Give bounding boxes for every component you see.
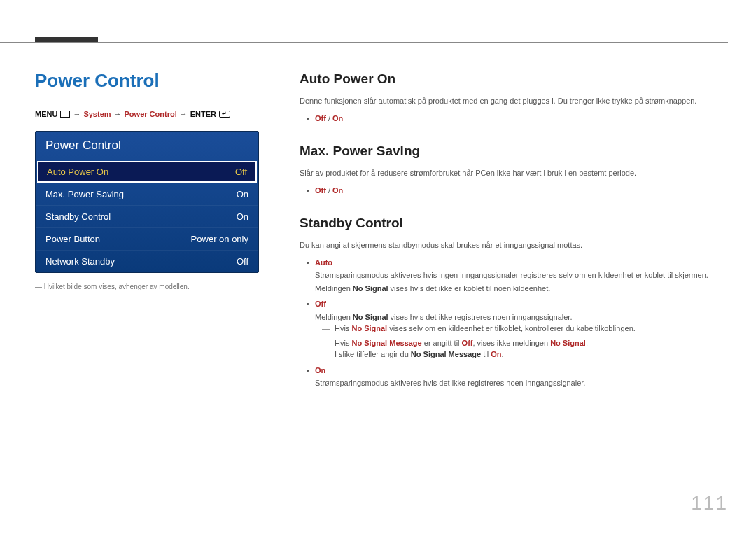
breadcrumb-arrow-2: → — [114, 110, 122, 118]
text: er angitt til — [422, 339, 462, 347]
osd-row-label: Power Button — [46, 234, 100, 244]
breadcrumb: MENU → System → Power Control → ENTER — [35, 110, 259, 118]
page-number: 111 — [691, 492, 728, 514]
heading-auto-power-on: Auto Power On — [300, 71, 728, 87]
top-rule — [0, 42, 728, 43]
osd-row-label: Standby Control — [46, 211, 111, 222]
enter-icon — [219, 111, 230, 118]
opt-off-line1: Meldingen No Signal vises hvis det ikke … — [315, 311, 728, 323]
osd-row-label: Max. Power Saving — [46, 189, 124, 199]
breadcrumb-arrow-1: → — [73, 110, 80, 118]
text: I slike tilfeller angir du — [335, 350, 411, 358]
opt-on-line1: Strømsparingsmodus aktiveres hvis det ik… — [315, 377, 728, 389]
on-red: On — [491, 350, 501, 358]
osd-title: Power Control — [36, 132, 258, 161]
opt-on: On — [332, 114, 343, 122]
osd-footnote: ― Hvilket bilde som vises, avhenger av m… — [35, 283, 259, 290]
opt-off-dash1: Hvis No Signal vises selv om en kildeenh… — [315, 323, 728, 335]
text: , vises ikke meldingen — [472, 339, 550, 347]
no-signal-red: No Signal — [351, 324, 387, 332]
osd-row-label: Network Standby — [46, 256, 115, 267]
osd-row-standby-control[interactable]: Standby Control On — [36, 205, 258, 227]
no-signal-bold: No Signal — [353, 284, 388, 293]
text: . — [586, 339, 588, 347]
breadcrumb-power-control: Power Control — [125, 110, 177, 118]
top-tab — [35, 37, 98, 42]
opt-sep: / — [326, 114, 332, 122]
opt-auto-label: Auto — [315, 258, 332, 267]
text: til — [481, 350, 491, 358]
osd-row-auto-power-on[interactable]: Auto Power On Off — [37, 161, 257, 183]
opt-on-label: On — [315, 366, 326, 374]
breadcrumb-menu-label: MENU — [35, 110, 57, 118]
osd-row-value: On — [237, 211, 248, 222]
opt-sep: / — [326, 186, 332, 195]
opt-off-dash2: Hvis No Signal Message er angitt til Off… — [315, 337, 728, 360]
osd-row-value: On — [237, 189, 248, 199]
opt-auto-line1: Strømsparingsmodus aktiveres hvis ingen … — [315, 269, 728, 281]
right-column: Auto Power On Denne funksjonen slår auto… — [300, 70, 728, 409]
option-off-on: Off / On — [315, 113, 728, 125]
heading-standby-control: Standby Control — [300, 216, 728, 231]
no-signal-message-bold: No Signal Message — [411, 350, 481, 358]
heading-max-power-saving: Max. Power Saving — [300, 143, 728, 159]
breadcrumb-system: System — [83, 110, 111, 118]
no-signal-red: No Signal — [550, 339, 586, 347]
desc-max-power-saving: Slår av produktet for å redusere strømfo… — [300, 167, 728, 179]
text: Hvis — [335, 324, 351, 332]
breadcrumb-enter-label: ENTER — [190, 110, 216, 118]
opt-auto-line2: Meldingen No Signal vises hvis det ikke … — [315, 283, 728, 295]
section-max-power-saving: Max. Power Saving Slår av produktet for … — [300, 143, 728, 196]
no-signal-message-red: No Signal Message — [351, 339, 421, 347]
text: Meldingen — [315, 284, 353, 293]
options-max-power-saving: Off / On — [300, 185, 728, 197]
osd-row-max-power-saving[interactable]: Max. Power Saving On — [36, 183, 258, 205]
menu-icon — [60, 111, 70, 118]
section-auto-power-on: Auto Power On Denne funksjonen slår auto… — [300, 71, 728, 124]
osd-row-value: Off — [237, 256, 248, 267]
no-signal-bold: No Signal — [353, 313, 388, 321]
osd-row-network-standby[interactable]: Network Standby Off — [36, 250, 258, 272]
opt-off: Off — [315, 114, 326, 122]
left-column: Power Control MENU → System → Power Cont… — [35, 70, 259, 409]
osd-row-power-button[interactable]: Power Button Power on only — [36, 227, 258, 250]
page-title: Power Control — [35, 70, 259, 92]
osd-row-value: Off — [235, 167, 247, 177]
opt-on: On — [332, 186, 343, 195]
desc-auto-power-on: Denne funksjonen slår automatisk på prod… — [300, 95, 728, 107]
text: . — [501, 350, 503, 358]
option-on: On Strømsparingsmodus aktiveres hvis det… — [315, 365, 728, 389]
text: vises selv om en kildeenhet er tilkoblet… — [387, 324, 636, 332]
option-off-on: Off / On — [315, 185, 728, 197]
footnote-text: Hvilket bilde som vises, avhenger av mod… — [44, 283, 190, 290]
osd-row-value: Power on only — [191, 234, 248, 244]
desc-standby-control: Du kan angi at skjermens standbymodus sk… — [300, 239, 728, 251]
options-auto-power-on: Off / On — [300, 113, 728, 125]
text: Meldingen — [315, 313, 353, 321]
osd-row-label: Auto Power On — [47, 167, 108, 177]
breadcrumb-arrow-3: → — [180, 110, 188, 118]
options-standby-control: Auto Strømsparingsmodus aktiveres hvis i… — [300, 257, 728, 389]
off-red: Off — [462, 339, 473, 347]
page-content: Power Control MENU → System → Power Cont… — [35, 70, 728, 506]
option-auto: Auto Strømsparingsmodus aktiveres hvis i… — [315, 257, 728, 295]
opt-off-label: Off — [315, 300, 326, 308]
text: vises hvis det ikke er koblet til noen k… — [388, 284, 551, 293]
opt-off: Off — [315, 186, 326, 195]
footnote-prefix: ― — [35, 283, 42, 290]
option-off: Off Meldingen No Signal vises hvis det i… — [315, 298, 728, 360]
text: vises hvis det ikke registreres noen inn… — [388, 313, 573, 321]
section-standby-control: Standby Control Du kan angi at skjermens… — [300, 216, 728, 389]
osd-panel: Power Control Auto Power On Off Max. Pow… — [35, 131, 259, 273]
text: Hvis — [335, 339, 351, 347]
